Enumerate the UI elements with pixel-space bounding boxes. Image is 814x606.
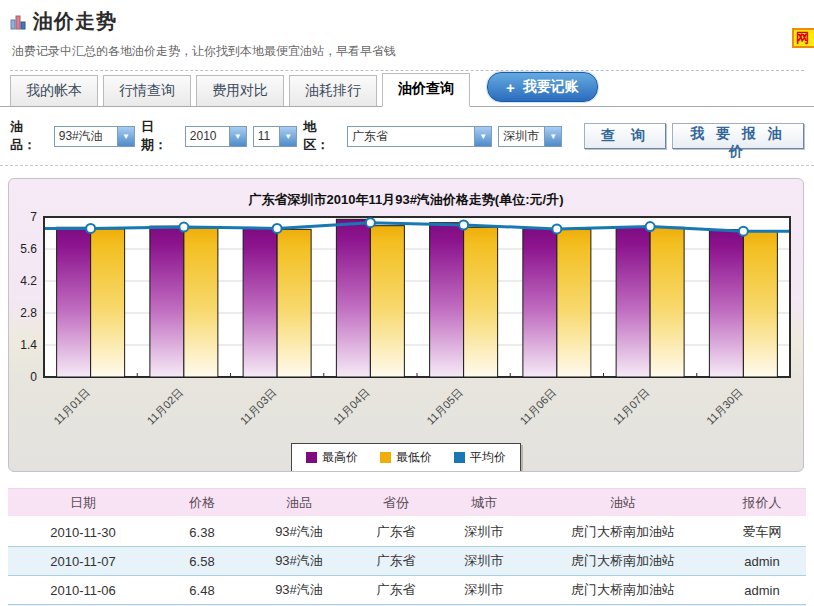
year-select[interactable]: 2010 <box>185 126 247 147</box>
price-table: 日期价格油品省份城市油站报价人 2010-11-306.3893#汽油广东省深圳… <box>8 488 806 606</box>
corner-promo-badge[interactable]: 网 <box>792 28 814 48</box>
svg-text:7: 7 <box>30 211 37 224</box>
svg-text:0: 0 <box>30 370 37 384</box>
bar-chart-icon <box>10 13 27 30</box>
fuel-label: 油品： <box>10 118 48 154</box>
report-price-button[interactable]: 我 要 报 油 价 <box>672 123 804 149</box>
table-cell: 6.38 <box>158 517 246 547</box>
average-price-marker <box>739 227 748 236</box>
svg-text:5.6: 5.6 <box>20 242 37 256</box>
x-axis-label: 11月07日 <box>611 386 652 427</box>
table-cell: 广东省 <box>352 547 440 576</box>
column-header: 省份 <box>352 489 440 518</box>
table-cell: 爱车网 <box>718 517 806 547</box>
column-header: 报价人 <box>718 489 806 518</box>
record-expense-button[interactable]: +我要记账 <box>487 72 598 102</box>
page-subtitle: 油费记录中汇总的各地油价走势，让你找到本地最便宜油站，早看早省钱 <box>12 43 804 60</box>
column-header: 城市 <box>440 489 528 518</box>
legend-label: 最低价 <box>396 449 432 466</box>
average-price-marker <box>552 224 561 233</box>
bar-group <box>150 226 218 377</box>
year-select-control[interactable]: 2010 <box>185 126 247 147</box>
price-table-body: 2010-11-306.3893#汽油广东省深圳市虎门大桥南加油站爱车网2010… <box>8 517 806 606</box>
price-table-header: 日期价格油品省份城市油站报价人 <box>8 489 806 518</box>
date-label: 日期： <box>141 118 179 154</box>
table-cell: 深圳市 <box>440 576 528 605</box>
bar-group <box>709 230 777 377</box>
bar-group <box>430 223 498 377</box>
record-expense-label: 我要记账 <box>523 78 579 96</box>
chart-panel: 广东省深圳市2010年11月93#汽油价格走势(单位:元/升) 01.42.84… <box>8 178 804 472</box>
column-header: 油站 <box>528 489 718 518</box>
table-row: 2010-11-306.3893#汽油广东省深圳市虎门大桥南加油站爱车网 <box>8 517 806 547</box>
region-label: 地区： <box>303 118 341 154</box>
table-cell: 广东省 <box>352 517 440 547</box>
table-cell: 6.48 <box>158 576 246 605</box>
table-cell: 93#汽油 <box>246 517 352 547</box>
bar-group <box>616 227 684 377</box>
column-header: 日期 <box>8 489 158 518</box>
bar-group <box>243 228 311 377</box>
average-price-marker <box>273 224 282 233</box>
table-row: 2010-11-066.4893#汽油广东省深圳市虎门大桥南加油站admin <box>8 576 806 605</box>
tab-1[interactable]: 行情查询 <box>103 75 191 106</box>
query-button[interactable]: 查 询 <box>584 123 666 149</box>
tab-2[interactable]: 费用对比 <box>196 75 284 106</box>
table-cell: 广东省 <box>352 576 440 605</box>
table-cell: 虎门大桥南加油站 <box>528 517 718 547</box>
svg-text:2.8: 2.8 <box>20 306 37 320</box>
fuel-select[interactable]: 93#汽油 <box>54 126 135 147</box>
x-axis-label: 11月05日 <box>424 386 465 427</box>
city-select[interactable]: 深圳市 <box>498 126 562 147</box>
city-select-control[interactable]: 深圳市 <box>498 126 562 147</box>
bar-group <box>57 227 125 377</box>
table-cell: 深圳市 <box>440 547 528 576</box>
table-cell: 虎门大桥南加油站 <box>528 576 718 605</box>
bar-group <box>523 228 591 377</box>
table-cell: admin <box>718 576 806 605</box>
bar-group <box>336 219 404 377</box>
legend-label: 平均价 <box>470 449 506 466</box>
table-cell: 93#汽油 <box>246 576 352 605</box>
legend-item: 最低价 <box>380 449 432 466</box>
table-cell: 2010-11-07 <box>8 547 158 576</box>
province-select-control[interactable]: 广东省 <box>347 126 492 147</box>
average-price-marker <box>179 223 188 232</box>
province-select[interactable]: 广东省 <box>347 126 492 147</box>
legend-swatch <box>380 452 391 463</box>
chart-title: 广东省深圳市2010年11月93#汽油价格走势(单位:元/升) <box>9 191 803 209</box>
x-axis-label: 11月06日 <box>518 386 559 427</box>
legend-item: 最高价 <box>306 449 358 466</box>
legend-swatch <box>454 452 465 463</box>
average-price-marker <box>646 222 655 231</box>
legend-label: 最高价 <box>322 449 358 466</box>
table-cell: 2010-11-06 <box>8 576 158 605</box>
table-cell: 深圳市 <box>440 517 528 547</box>
tab-0[interactable]: 我的帐本 <box>10 75 98 106</box>
chart-legend: 最高价最低价平均价 <box>9 443 803 472</box>
tab-4[interactable]: 油价查询 <box>382 73 470 107</box>
table-row: 2010-11-076.5893#汽油广东省深圳市虎门大桥南加油站admin <box>8 547 806 576</box>
legend-item: 平均价 <box>454 449 506 466</box>
column-header: 油品 <box>246 489 352 518</box>
filter-bar: 油品： 93#汽油 日期： 2010 11 地区： 广东省 深圳市 查 询 我 … <box>0 107 814 166</box>
fuel-select-control[interactable]: 93#汽油 <box>54 126 135 147</box>
month-select[interactable]: 11 <box>253 126 298 147</box>
column-header: 价格 <box>158 489 246 518</box>
table-cell: admin <box>718 547 806 576</box>
x-axis-label: 11月03日 <box>238 386 279 427</box>
price-trend-chart: 01.42.84.25.6711月01日11月02日11月03日11月04日11… <box>9 211 804 443</box>
legend-swatch <box>306 452 317 463</box>
tab-3[interactable]: 油耗排行 <box>289 75 377 106</box>
table-cell: 2010-11-30 <box>8 517 158 547</box>
svg-text:1.4: 1.4 <box>20 338 37 352</box>
plus-icon: + <box>506 79 515 96</box>
table-cell: 93#汽油 <box>246 547 352 576</box>
page: 油价走势 油费记录中汇总的各地油价走势，让你找到本地最便宜油站，早看早省钱 网 … <box>0 0 814 606</box>
page-header: 油价走势 油费记录中汇总的各地油价走势，让你找到本地最便宜油站，早看早省钱 <box>0 0 814 71</box>
table-cell: 虎门大桥南加油站 <box>528 547 718 576</box>
month-select-control[interactable]: 11 <box>253 126 298 147</box>
tab-bar: 我的帐本行情查询费用对比油耗排行油价查询+我要记账 <box>0 71 814 107</box>
average-price-marker <box>459 221 468 230</box>
average-price-marker <box>366 218 375 227</box>
